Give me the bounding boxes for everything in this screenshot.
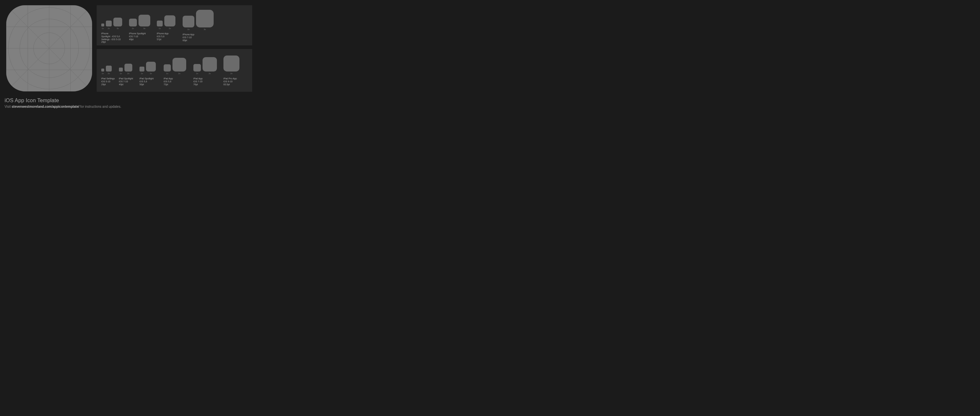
subtitle-prefix: Visit xyxy=(5,105,12,108)
scale-label: 3x xyxy=(143,27,145,29)
icon-preview-square xyxy=(129,19,137,27)
icon-preview-square xyxy=(106,66,112,71)
icon-preview-square xyxy=(140,67,145,71)
swatch: 3x xyxy=(138,15,150,29)
size-meta-line: iOS 7-10 xyxy=(129,35,150,38)
scale-label: 2x xyxy=(150,73,152,75)
swatch: 1x xyxy=(140,67,145,75)
svg-line-18 xyxy=(88,87,92,92)
icon-preview-square xyxy=(113,17,122,27)
size-meta-line: iOS 5-10 xyxy=(101,80,115,83)
scale-label: 1x xyxy=(102,27,103,29)
swatch: 1x xyxy=(101,68,104,75)
svg-line-15 xyxy=(6,5,10,10)
size-meta-line: 76pt xyxy=(193,83,217,86)
template-title: iOS App Icon Template xyxy=(5,98,121,103)
scale-label: 2x xyxy=(127,73,129,75)
subtitle-suffix: for instructions and updates. xyxy=(80,105,121,108)
swatch: 2x xyxy=(124,64,132,75)
scale-label: 2x xyxy=(169,27,171,29)
size-meta: iPad SpotlightiOS 5,650pt xyxy=(140,78,156,86)
icon-size-group: 1x2xiPad SettingsiOS 5-1029pt xyxy=(101,55,115,86)
icon-preview-square xyxy=(223,56,239,71)
size-meta-line: iOS 7-10 xyxy=(183,36,214,39)
icon-preview-square xyxy=(101,24,104,27)
size-meta-line: 40pt xyxy=(129,38,150,41)
size-meta: iPad Pro AppiOS 9-1083.5pt xyxy=(223,78,239,86)
swatch: 1x xyxy=(157,21,163,29)
size-meta-line: iPad Pro App xyxy=(223,78,239,80)
size-meta-line: 40pt xyxy=(119,83,133,86)
ipad-sizes-panel: 1x2xiPad SettingsiOS 5-1029pt1x2xiPad Sp… xyxy=(97,49,252,92)
iphone-sizes-panel: 1x2x3xiPhoneSpotlight - iOS 5,6Settings … xyxy=(97,5,252,45)
size-meta: iPad AppiOS 7-1076pt xyxy=(193,78,217,86)
icon-size-group: 1x2xiPhone AppiOS 5,657pt xyxy=(157,10,175,41)
swatch-row: 1x2x xyxy=(119,55,133,75)
icon-size-group: 1x2xiPad SpotlightiOS 7-1040pt xyxy=(119,55,133,86)
size-meta-line: 60pt xyxy=(183,39,214,42)
swatch-row: 1x2x xyxy=(101,55,115,75)
icon-size-group: 2xiPad Pro AppiOS 9-1083.5pt xyxy=(223,55,239,86)
size-meta: iPad AppiOS 5,672pt xyxy=(164,78,186,86)
icon-size-group: 1x2xiPad AppiOS 7-1076pt xyxy=(193,55,217,86)
icon-size-group: 2x3xiPhone AppiOS 7-1060pt xyxy=(183,10,214,42)
size-meta-line: iOS 5,6 xyxy=(157,35,175,38)
scale-label: 2x xyxy=(178,73,180,75)
swatch: 2x xyxy=(164,15,175,29)
scale-label: 1x xyxy=(166,73,168,75)
size-meta-line: iPhone Spotlight xyxy=(129,32,150,35)
template-footer: iOS App Icon Template Visit stevenwestmo… xyxy=(5,98,121,108)
icon-preview-square xyxy=(164,15,175,27)
swatch: 3x xyxy=(196,10,214,30)
scale-label: 1x xyxy=(159,27,161,29)
icon-preview-square xyxy=(196,10,214,27)
swatch: 1x xyxy=(193,64,201,75)
size-meta: iPhone AppiOS 7-1060pt xyxy=(183,33,214,42)
swatch-row: 1x2x xyxy=(140,55,156,75)
size-meta-line: 57pt xyxy=(157,38,175,41)
swatch: 2x xyxy=(172,58,186,75)
swatch: 2x xyxy=(129,19,137,29)
size-meta-line: iOS 7-10 xyxy=(119,80,133,83)
scale-label: 2x xyxy=(230,73,232,75)
size-meta-line: iOS 7-10 xyxy=(193,80,217,83)
swatch: 2x xyxy=(106,66,112,75)
master-grid-overlay xyxy=(6,5,92,91)
swatch-row: 2x3x xyxy=(183,10,214,30)
swatch: 2x xyxy=(106,21,112,29)
size-meta-line: iOS 5,6 xyxy=(140,80,156,83)
icon-preview-square xyxy=(101,68,104,71)
swatch-row: 1x2x xyxy=(164,55,186,75)
size-meta: iPhone SpotlightiOS 7-1040pt xyxy=(129,32,150,41)
swatch: 2x xyxy=(202,57,217,75)
size-meta-line: iPhone App xyxy=(157,32,175,35)
icon-size-group: 1x2xiPad SpotlightiOS 5,650pt xyxy=(140,55,156,86)
swatch-row: 1x2x xyxy=(157,10,175,29)
size-meta-line: 83.5pt xyxy=(223,83,239,86)
scale-label: 2x xyxy=(188,29,189,30)
icon-size-group: 1x2x3xiPhoneSpotlight - iOS 5,6Settings … xyxy=(101,10,122,44)
scale-label: 3x xyxy=(204,29,206,30)
size-meta-line: 29pt xyxy=(101,83,115,86)
size-meta-line: 29pt xyxy=(101,41,122,44)
svg-line-17 xyxy=(6,87,10,92)
size-meta-line: iPhone xyxy=(101,32,122,35)
size-meta-line: iPhone App xyxy=(183,33,214,36)
icon-preview-square xyxy=(202,57,217,71)
swatch: 1x xyxy=(119,68,123,75)
size-meta: iPad SettingsiOS 5-1029pt xyxy=(101,78,115,86)
swatch: 1x xyxy=(101,24,104,29)
icon-preview-square xyxy=(183,16,194,27)
swatch-row: 2x3x xyxy=(129,10,150,29)
scale-label: 1x xyxy=(120,73,122,75)
size-meta: iPad SpotlightiOS 7-1040pt xyxy=(119,78,133,86)
size-meta: iPhone AppiOS 5,657pt xyxy=(157,32,175,41)
size-meta-line: Settings - iOS 5-10 xyxy=(101,38,122,41)
icon-preview-square xyxy=(124,64,132,71)
swatch-row: 1x2x3x xyxy=(101,10,122,29)
swatch-row: 1x2x xyxy=(193,55,217,75)
size-meta-line: iPad Spotlight xyxy=(140,78,156,80)
size-meta-line: iPad App xyxy=(193,78,217,80)
template-subtitle: Visit stevenwestmoreland.com/appicontemp… xyxy=(5,105,121,108)
master-icon-preview xyxy=(6,5,92,91)
